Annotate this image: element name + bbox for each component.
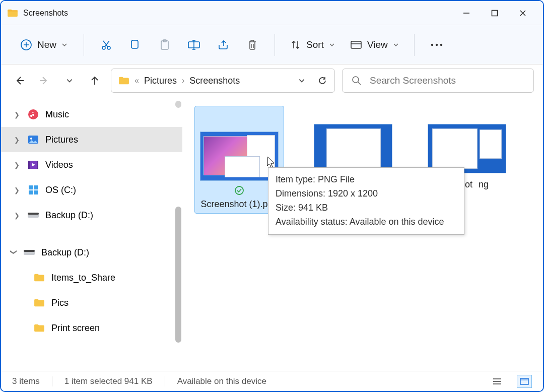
svg-rect-37	[29, 190, 33, 194]
sidebar-item-pics[interactable]: Pics	[1, 290, 182, 315]
breadcrumb-current[interactable]: Screenshots	[189, 76, 240, 86]
delete-button[interactable]	[241, 33, 263, 57]
sidebar-group-backup[interactable]: ❯ Backup (D:)	[1, 240, 182, 265]
more-button[interactable]	[426, 33, 448, 57]
svg-rect-33	[28, 161, 30, 169]
sidebar-item-label: OS (C:)	[45, 185, 76, 195]
svg-rect-1	[492, 10, 498, 16]
svg-point-23	[436, 43, 438, 45]
thumbnails-view-toggle[interactable]	[517, 375, 532, 388]
address-bar[interactable]: « Pictures › Screenshots	[111, 69, 335, 93]
chevron-down-icon	[329, 42, 335, 48]
navigation-pane: ❯ Music ❯ Pictures ❯ Videos ❯ OS (C:) ❯ …	[1, 97, 182, 371]
sidebar-item-backup-drive[interactable]: ❯ Backup (D:)	[1, 203, 182, 228]
view-label: View	[367, 39, 388, 50]
ellipsis-icon	[430, 43, 443, 47]
sidebar-item-videos[interactable]: ❯ Videos	[1, 152, 182, 177]
svg-rect-42	[24, 250, 35, 252]
svg-point-24	[440, 43, 442, 45]
sync-check-icon	[235, 186, 244, 195]
close-button[interactable]	[509, 1, 537, 25]
breadcrumb-parent[interactable]: Pictures	[144, 76, 177, 86]
share-icon	[217, 39, 229, 50]
svg-point-43	[235, 186, 243, 194]
svg-rect-34	[37, 161, 38, 169]
drive-icon	[23, 246, 35, 258]
minimize-button[interactable]	[452, 1, 481, 25]
svg-point-31	[30, 138, 32, 140]
status-bar: 3 items 1 item selected 941 KB Available…	[1, 371, 543, 391]
rename-button[interactable]	[183, 33, 205, 57]
search-icon	[352, 76, 362, 86]
sidebar-item-print-screen[interactable]: Print screen	[1, 315, 182, 341]
sidebar-scrollbar[interactable]	[174, 101, 182, 367]
videos-icon	[27, 159, 39, 171]
scroll-thumb[interactable]	[175, 207, 181, 343]
view-button[interactable]: View	[346, 36, 403, 53]
chevron-down-icon	[66, 77, 73, 84]
forward-button[interactable]	[35, 72, 53, 90]
separator	[414, 34, 415, 56]
windows-drive-icon	[27, 184, 39, 196]
title-bar: Screenshots	[1, 1, 543, 25]
scissors-icon	[100, 39, 112, 51]
copy-button[interactable]	[124, 33, 147, 57]
search-input[interactable]	[370, 75, 524, 86]
new-button[interactable]: New	[15, 36, 73, 54]
file-thumbnail	[428, 124, 506, 173]
trash-icon	[247, 39, 258, 51]
sort-button[interactable]: Sort	[286, 36, 339, 53]
status-selected: 1 item selected 941 KB	[64, 376, 153, 386]
tooltip-line: Size: 941 KB	[276, 201, 457, 215]
status-availability: Available on this device	[177, 376, 266, 386]
share-button[interactable]	[212, 33, 234, 57]
sidebar-item-label: Music	[45, 109, 69, 120]
svg-rect-47	[520, 378, 528, 384]
clipboard-icon	[159, 39, 170, 51]
recent-dropdown[interactable]	[60, 72, 79, 90]
chevron-right-icon: ❯	[14, 212, 21, 219]
sidebar-item-label: Backup (D:)	[45, 210, 93, 221]
sidebar-item-pictures[interactable]: ❯ Pictures	[1, 127, 182, 152]
up-button[interactable]	[86, 72, 104, 90]
separator	[275, 34, 275, 56]
maximize-button[interactable]	[481, 1, 509, 25]
sidebar-item-label: Videos	[45, 160, 73, 170]
refresh-icon[interactable]	[317, 76, 327, 86]
chevron-right-icon: ❯	[14, 111, 21, 118]
svg-rect-38	[34, 190, 38, 194]
file-item[interactable]	[308, 106, 398, 176]
sidebar-item-os-drive[interactable]: ❯ OS (C:)	[1, 177, 182, 203]
plus-circle-icon	[20, 39, 32, 51]
cut-button[interactable]	[95, 33, 117, 57]
back-button[interactable]	[10, 72, 28, 90]
scroll-thumb[interactable]	[175, 101, 181, 108]
drive-icon	[27, 209, 39, 221]
svg-line-28	[358, 82, 361, 85]
sidebar-item-music[interactable]: ❯ Music	[1, 102, 182, 127]
breadcrumb-ellipsis[interactable]: «	[134, 76, 139, 85]
copy-icon	[130, 39, 141, 51]
paste-button[interactable]	[154, 33, 176, 57]
chevron-right-icon: ❯	[14, 161, 21, 169]
tooltip-line: Item type: PNG File	[276, 173, 457, 187]
details-view-toggle[interactable]	[490, 375, 505, 388]
chevron-down-icon: ❯	[10, 249, 18, 256]
sidebar-item-label: Print screen	[51, 323, 100, 334]
svg-point-27	[353, 77, 359, 83]
window-title: Screenshots	[23, 9, 68, 18]
search-bar[interactable]	[342, 69, 534, 93]
separator	[52, 376, 52, 386]
chevron-right-icon: ❯	[14, 186, 21, 194]
svg-rect-20	[351, 41, 361, 48]
file-thumbnail	[200, 132, 279, 181]
sidebar-item-items-to-share[interactable]: Items_to_Share	[1, 265, 182, 290]
separator	[84, 34, 84, 56]
file-pane[interactable]: Screenshot (1).png enshotng Item type: P…	[182, 97, 543, 371]
command-bar: New Sort View	[1, 25, 543, 64]
sidebar-item-label: Items_to_Share	[51, 273, 115, 283]
sidebar-item-label: Pics	[51, 298, 69, 308]
sidebar-item-label: Backup (D:)	[41, 247, 89, 258]
main-area: ❯ Music ❯ Pictures ❯ Videos ❯ OS (C:) ❯ …	[1, 97, 543, 371]
chevron-down-icon[interactable]	[298, 77, 305, 84]
